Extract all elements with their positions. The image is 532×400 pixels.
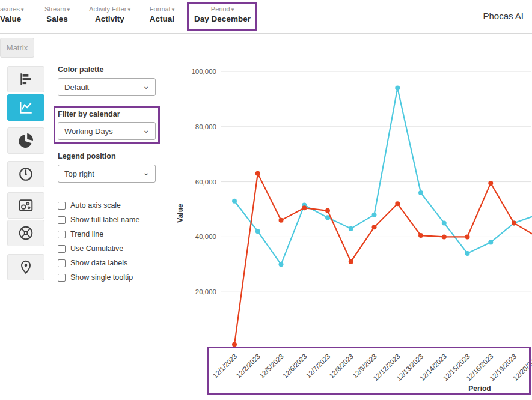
filter-by-calendar-selected-value: Working Days [64, 127, 113, 136]
stream-value: Sales [36, 14, 78, 23]
chevron-down-icon: ⌄ [142, 81, 150, 91]
svg-text:80,000: 80,000 [195, 123, 216, 130]
svg-text:20,000: 20,000 [195, 288, 216, 295]
chevron-down-icon: ⌄ [142, 168, 150, 177]
caret-down-icon: ▾ [67, 7, 70, 13]
checkbox-label: Use Cumulative [70, 244, 123, 253]
tab-matrix[interactable]: Matrix [0, 38, 34, 58]
measures-menu-label: asures [0, 5, 20, 13]
checkbox-label: Show data labels [70, 259, 127, 267]
checkbox-icon[interactable] [58, 202, 66, 210]
activity-filter-menu-label: Activity Filter [89, 5, 126, 13]
checkbox-use-cumulative[interactable]: Use Cumulative [58, 243, 123, 254]
checkbox-icon[interactable] [58, 259, 66, 267]
checkbox-label: Auto axis scale [70, 201, 121, 210]
format-dropdown[interactable]: Format▾ Actual [139, 5, 185, 23]
caret-down-icon: ▾ [127, 7, 130, 13]
checkbox-icon[interactable] [58, 231, 66, 238]
svg-text:Value: Value [176, 204, 185, 223]
format-value: Actual [139, 14, 185, 23]
line-chart-icon [18, 100, 34, 115]
svg-text:12/8/2023: 12/8/2023 [328, 353, 355, 380]
caret-down-icon: ▾ [21, 7, 24, 13]
svg-text:12/2/2023: 12/2/2023 [234, 353, 261, 380]
checkbox-trend-line[interactable]: Trend line [58, 229, 103, 240]
svg-text:12/6/2023: 12/6/2023 [281, 353, 308, 380]
color-palette-label: Color palette [58, 65, 103, 74]
pie-chart-icon [18, 133, 34, 148]
phocas-ai-brand[interactable]: Phocas AI [483, 11, 524, 21]
chart-type-gauge-button[interactable] [7, 161, 44, 187]
line-chart[interactable]: 20,00040,00060,00080,000100,00012/1/2023… [174, 57, 532, 400]
format-menu-label: Format [150, 5, 171, 13]
chart-type-pie-button[interactable] [7, 127, 44, 154]
chart-type-bubble-button[interactable] [7, 192, 44, 219]
wheel-icon [18, 225, 34, 241]
activity-filter-value: Activity [81, 14, 138, 23]
svg-text:60,000: 60,000 [195, 178, 216, 186]
chart-type-line-button[interactable] [7, 94, 44, 121]
color-palette-selected-value: Default [64, 83, 89, 92]
svg-text:Period: Period [468, 384, 491, 393]
gauge-icon [18, 166, 34, 182]
checkbox-show-data-labels[interactable]: Show data labels [58, 258, 127, 268]
stream-dropdown[interactable]: Stream▾ Sales [36, 5, 78, 23]
checkbox-label: Trend line [70, 230, 103, 238]
svg-text:100,000: 100,000 [191, 68, 216, 75]
checkbox-icon[interactable] [58, 274, 66, 282]
svg-text:12/7/2023: 12/7/2023 [305, 353, 332, 380]
toolbar: asures▾ Value Stream▾ Sales Activity Fil… [0, 0, 532, 34]
line-chart-svg[interactable]: 20,00040,00060,00080,000100,00012/1/2023… [174, 57, 532, 400]
chart-type-wheel-button[interactable] [7, 220, 44, 246]
bar-chart-icon [18, 71, 34, 87]
checkbox-label: Show single tooltip [70, 273, 133, 282]
filter-by-calendar-label: Filter by calendar [58, 110, 120, 118]
checkbox-show-full-label-name[interactable]: Show full label name [58, 214, 139, 225]
caret-down-icon: ▾ [172, 7, 175, 13]
svg-text:40,000: 40,000 [195, 233, 216, 240]
svg-text:12/5/2023: 12/5/2023 [258, 353, 285, 380]
phocas-app-window: asures▾ Value Stream▾ Sales Activity Fil… [0, 0, 532, 400]
filter-by-calendar-select[interactable]: Working Days ⌄ [58, 122, 156, 140]
color-palette-select[interactable]: Default ⌄ [58, 78, 156, 96]
measures-value: Value [0, 14, 36, 23]
bubble-chart-icon [18, 198, 34, 213]
caret-down-icon: ▾ [231, 7, 234, 13]
period-menu-label: Period [211, 5, 230, 13]
chart-type-bar-button[interactable] [7, 66, 44, 92]
svg-text:12/1/2023: 12/1/2023 [212, 353, 239, 380]
measures-dropdown[interactable]: asures▾ Value [0, 5, 36, 23]
checkbox-icon[interactable] [58, 216, 66, 224]
map-pin-icon [18, 259, 34, 275]
period-value: Day December [191, 14, 254, 23]
checkbox-label: Show full label name [70, 216, 139, 224]
chart-type-map-button[interactable] [7, 254, 44, 280]
legend-position-label: Legend position [58, 152, 116, 160]
activity-filter-dropdown[interactable]: Activity Filter▾ Activity [81, 5, 138, 23]
period-dropdown[interactable]: Period▾ Day December [191, 5, 254, 23]
checkbox-auto-axis-scale[interactable]: Auto axis scale [58, 200, 121, 211]
checkbox-icon[interactable] [58, 245, 66, 253]
stream-menu-label: Stream [44, 5, 66, 13]
checkbox-show-single-tooltip[interactable]: Show single tooltip [58, 272, 133, 283]
legend-position-selected-value: Top right [64, 169, 94, 178]
chevron-down-icon: ⌄ [142, 125, 150, 135]
legend-position-select[interactable]: Top right ⌄ [58, 165, 156, 183]
